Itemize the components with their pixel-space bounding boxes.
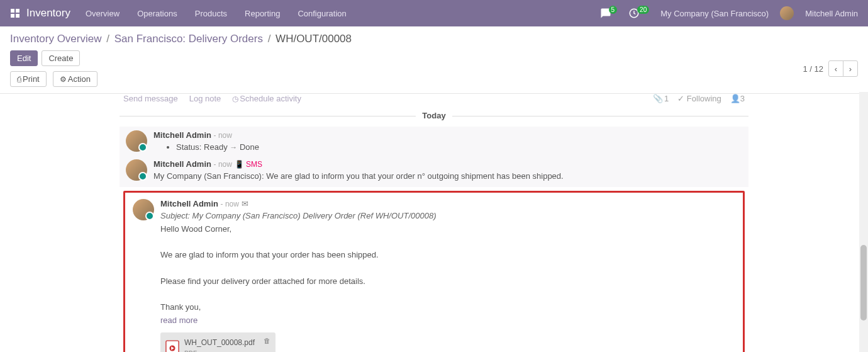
user-avatar[interactable]: [780, 6, 794, 20]
topnav-right: 5 20 My Company (San Francisco) Mitchell…: [600, 6, 858, 20]
log-note-tab[interactable]: Log note: [189, 94, 221, 103]
send-message-tab[interactable]: Send message: [123, 94, 178, 103]
author-avatar[interactable]: [133, 199, 154, 220]
apps-icon[interactable]: [10, 8, 20, 18]
read-more-link[interactable]: read more: [160, 314, 735, 327]
attachment-ext: PDF: [184, 349, 255, 352]
breadcrumb-l1[interactable]: Inventory Overview: [10, 33, 102, 45]
message-email: Mitchell Admin - now ✉ Subject: My Compa…: [123, 191, 745, 352]
company-selector[interactable]: My Company (San Francisco): [660, 9, 769, 18]
message-author[interactable]: Mitchell Admin: [160, 199, 218, 208]
pager-count: 1 / 12: [803, 64, 823, 74]
schedule-activity-tab[interactable]: Schedule activity: [232, 94, 301, 103]
app-name[interactable]: Inventory: [26, 7, 70, 20]
user-menu[interactable]: Mitchell Admin: [805, 9, 858, 18]
activity-badge: 20: [637, 6, 649, 14]
scrollbar-thumb[interactable]: [860, 245, 867, 321]
sms-icon: 📱 SMS: [235, 160, 262, 169]
menu-reporting[interactable]: Reporting: [245, 9, 280, 18]
svg-rect-2: [11, 14, 14, 18]
follower-count[interactable]: 👤3: [730, 94, 745, 103]
chatter: Send message Log note Schedule activity …: [120, 94, 748, 352]
control-row: Edit Create Print Action 1 / 12 ‹ ›: [10, 45, 858, 93]
action-label: Action: [68, 74, 91, 84]
email-line: We are glad to inform you that your orde…: [160, 249, 735, 262]
email-line: Hello Wood Corner,: [160, 223, 735, 236]
svg-rect-1: [16, 9, 19, 13]
breadcrumb: Inventory Overview / San Francisco: Deli…: [10, 33, 858, 45]
download-attachment-icon[interactable]: ⬇: [264, 349, 270, 352]
email-line: Please find your delivery order attached…: [160, 275, 735, 288]
message-status: Mitchell Admin - now Status: Ready → Don…: [120, 127, 748, 156]
breadcrumb-l2[interactable]: San Francisco: Delivery Orders: [114, 33, 263, 45]
arrow-right-icon: →: [230, 143, 237, 152]
svg-rect-3: [16, 14, 19, 18]
message-time: - now: [221, 200, 239, 208]
message-sms: Mitchell Admin - now 📱 SMS My Company (S…: [120, 156, 748, 187]
breadcrumb-l3: WH/OUT/00008: [275, 33, 352, 45]
attachment[interactable]: WH_OUT_00008.pdf PDF 🗑 ⬇: [160, 332, 275, 352]
today-divider: Today: [120, 111, 748, 120]
edit-button[interactable]: Edit: [10, 50, 38, 66]
chatter-header: Send message Log note Schedule activity …: [120, 94, 748, 107]
top-nav: Inventory Overview Operations Products R…: [0, 0, 868, 26]
pager-prev[interactable]: ‹: [828, 60, 843, 77]
message-time: - now: [214, 160, 232, 169]
activity-icon[interactable]: 20: [628, 8, 649, 19]
pager: 1 / 12 ‹ ›: [803, 60, 858, 77]
attachment-count[interactable]: 📎1: [653, 94, 669, 103]
action-button[interactable]: Action: [53, 71, 97, 87]
menu-products[interactable]: Products: [195, 9, 227, 18]
message-author[interactable]: Mitchell Admin: [153, 159, 211, 169]
menu-configuration[interactable]: Configuration: [298, 9, 346, 18]
menu-operations[interactable]: Operations: [137, 9, 177, 18]
status-change: Status: Ready → Done: [176, 142, 742, 152]
create-button[interactable]: Create: [42, 50, 80, 66]
email-line: Thank you,: [160, 301, 735, 314]
envelope-icon: ✉: [242, 199, 248, 208]
delete-attachment-icon[interactable]: 🗑: [264, 336, 270, 347]
attachment-name: WH_OUT_00008.pdf: [184, 337, 255, 349]
today-label: Today: [416, 111, 452, 120]
author-avatar[interactable]: [126, 130, 147, 152]
print-button[interactable]: Print: [10, 71, 47, 87]
discuss-icon[interactable]: 5: [600, 8, 618, 19]
message-body: My Company (San Francisco): We are glad …: [153, 170, 742, 183]
pdf-icon: [165, 340, 179, 352]
scrollbar[interactable]: [859, 92, 868, 352]
message-time: - now: [214, 131, 232, 140]
breadcrumb-sep: /: [268, 33, 271, 45]
svg-rect-0: [11, 9, 14, 13]
menu-overview[interactable]: Overview: [86, 9, 120, 18]
breadcrumb-sep: /: [106, 33, 109, 45]
discuss-badge: 5: [609, 6, 618, 14]
following-toggle[interactable]: ✓ Following: [677, 94, 721, 103]
main-menu: Overview Operations Products Reporting C…: [86, 9, 600, 18]
print-label: Print: [23, 74, 40, 84]
author-avatar[interactable]: [126, 159, 147, 181]
pager-next[interactable]: ›: [843, 60, 858, 77]
message-author[interactable]: Mitchell Admin: [153, 130, 211, 140]
breadcrumb-bar: Inventory Overview / San Francisco: Deli…: [0, 26, 868, 94]
schedule-label: Schedule activity: [240, 94, 301, 103]
email-subject: Subject: My Company (San Francisco) Deli…: [160, 210, 735, 223]
